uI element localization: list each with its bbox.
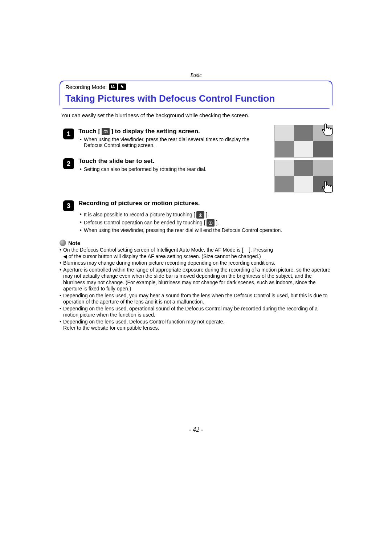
step-1-bullet: • When using the viewfinder, press the r…: [80, 137, 264, 148]
step-2-title-text: Touch the slide bar to set.: [78, 158, 154, 165]
page-number: - 42 -: [60, 426, 332, 433]
note-header: Note: [60, 240, 332, 246]
step-1-title-post: ] to display the setting screen.: [111, 128, 200, 135]
svg-point-1: [105, 131, 106, 133]
note-1-post: ]. Pressing: [249, 247, 273, 253]
note-2-text: Blurriness may change during motion pict…: [63, 260, 332, 266]
step-3-bullet-3: • When using the viewfinder, pressing th…: [80, 227, 329, 233]
note-5-text: Depending on the lens used, operational …: [63, 306, 332, 318]
step-3-b1-pre: It is also possible to record a picture …: [84, 212, 195, 217]
touch-hand-icon: [319, 121, 335, 138]
step-number: 1: [63, 129, 74, 139]
note-item: •Depending on the lens used, operational…: [60, 306, 332, 318]
notes-list: • On the Defocus Control setting screen …: [60, 247, 332, 331]
step-3: 3 Recording of pictures or motion pictur…: [63, 200, 332, 234]
svg-rect-2: [199, 216, 202, 217]
note-item: •Depending on the lens used, you may hea…: [60, 293, 332, 305]
step-3-bullet-2: • Defocus Control operation can be ended…: [80, 219, 329, 227]
step-1-title-pre: Touch [: [78, 128, 100, 135]
step-2-title: Touch the slide bar to set.: [78, 158, 267, 165]
step-3-title-text: Recording of pictures or motion pictures…: [78, 200, 200, 207]
note-item: • On the Defocus Control setting screen …: [60, 247, 332, 260]
note-3-text: Aperture is controlled within the range …: [63, 267, 332, 292]
step-3-b2-post: ].: [216, 220, 219, 225]
manual-page: Basic Recording Mode: iA ✎ Taking Pictur…: [60, 73, 332, 433]
step-2-bullet: • Setting can also be performed by rotat…: [80, 166, 264, 172]
mode-palette-icon: ✎: [118, 83, 126, 90]
mode-ia-icon: iA: [109, 83, 117, 90]
cursor-left-icon: ◀: [63, 253, 67, 260]
step-1-bullet-text: When using the viewfinder, press the rea…: [84, 137, 264, 148]
step-number: 3: [63, 200, 74, 211]
note-1-tail: of the cursor button will display the AF…: [67, 253, 261, 259]
note-item: •Aperture is controlled within the range…: [60, 267, 332, 292]
step-3-b3-text: When using the viewfinder, pressing the …: [84, 227, 329, 233]
defocus-icon: [102, 128, 110, 135]
recording-mode-label: Recording Mode:: [65, 84, 107, 90]
svg-point-4: [210, 223, 212, 224]
step-3-title: Recording of pictures or motion pictures…: [78, 200, 209, 207]
step-3-b1-post: ].: [206, 212, 209, 217]
step-1-title: Touch [ ] to display the setting screen.: [78, 128, 267, 135]
shutter-icon: [196, 211, 204, 219]
svg-rect-0: [104, 130, 107, 133]
step-3-bullet-1: • It is also possible to record a pictur…: [80, 211, 329, 219]
recording-mode-icons: iA ✎: [109, 83, 126, 90]
touch-screen-illustration-1: [274, 125, 333, 158]
note-icon: [60, 240, 66, 246]
step-2: 2 Touch the slide bar to set. • Setting …: [63, 158, 267, 173]
note-6-text: Depending on the lens used, Defocus Cont…: [63, 319, 332, 331]
note-1-pre: On the Defocus Control setting screen of…: [63, 247, 244, 253]
section-header: Basic: [60, 73, 332, 78]
note-label: Note: [68, 240, 80, 246]
step-2-bullet-text: Setting can also be performed by rotatin…: [84, 166, 264, 172]
touch-screen-illustration-2: [274, 160, 333, 192]
touch-hand-icon: [319, 178, 335, 196]
step-number: 2: [63, 158, 74, 169]
note-4-text: Depending on the lens used, you may hear…: [63, 293, 332, 305]
step-1: 1 Touch [ ] to display the setting scree…: [63, 128, 267, 149]
svg-rect-3: [209, 222, 212, 224]
intro-text: You can easily set the blurriness of the…: [61, 112, 331, 118]
note-item: •Blurriness may change during motion pic…: [60, 260, 332, 266]
page-title: Taking Pictures with Defocus Control Fun…: [60, 91, 332, 108]
recording-mode-row: Recording Mode: iA ✎: [60, 81, 332, 91]
step-3-b2-pre: Defocus Control operation can be ended b…: [84, 220, 205, 225]
note-item: •Depending on the lens used, Defocus Con…: [60, 319, 332, 331]
defocus-icon: [207, 219, 215, 227]
title-box: Recording Mode: iA ✎ Taking Pictures wit…: [60, 81, 332, 109]
